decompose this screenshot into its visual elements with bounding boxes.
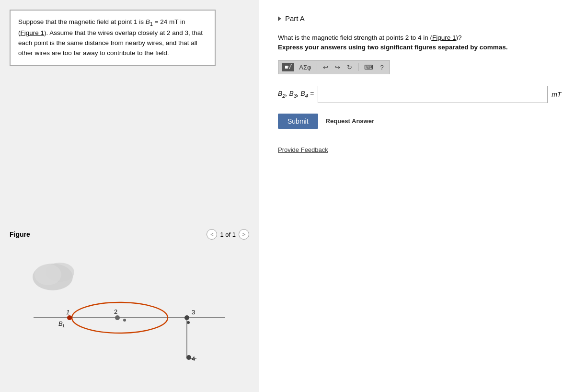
svg-text:1: 1 [62, 323, 65, 328]
svg-point-16 [187, 321, 190, 324]
left-panel: Suppose that the magnetic field at point… [0, 0, 259, 392]
svg-point-7 [67, 315, 72, 320]
figure-svg: 1 B 1 2 3 4 [24, 248, 244, 373]
problem-text: Suppose that the magnetic field at point… [18, 18, 203, 57]
request-answer-link[interactable]: Request Answer [326, 117, 374, 125]
svg-text:4: 4 [192, 355, 195, 362]
answer-row: B2, B3, B4 = mT [278, 86, 561, 103]
question-line1: What is the magnetic field strength at p… [278, 33, 561, 43]
svg-point-11 [115, 315, 120, 320]
answer-unit: mT [552, 91, 561, 98]
right-panel: Part A What is the magnetic field streng… [259, 0, 575, 392]
figure-header: Figure < 1 of 1 > [10, 225, 249, 243]
keyboard-button[interactable]: ⌨ [362, 63, 375, 72]
prev-nav-button[interactable]: < [207, 229, 217, 240]
submit-button[interactable]: Submit [278, 114, 318, 129]
part-label: Part A [285, 14, 305, 23]
redo-button[interactable]: ↪ [333, 63, 342, 72]
figure-ref: Figure 1 [432, 34, 456, 41]
question-line2: Express your answers using two significa… [278, 43, 561, 52]
figure-area: Figure < 1 of 1 > [10, 66, 249, 382]
question-text: What is the magnetic field strength at p… [278, 33, 561, 53]
undo-button[interactable]: ↩ [321, 63, 330, 72]
reset-button[interactable]: ↻ [345, 63, 354, 72]
svg-point-14 [184, 315, 189, 320]
provide-feedback-link[interactable]: Provide Feedback [278, 146, 561, 153]
toolbar-separator [317, 63, 317, 71]
figure-diagram: 1 B 1 2 3 4 [10, 248, 249, 378]
answer-label: B2, B3, B4 = [278, 90, 314, 99]
svg-point-17 [186, 355, 191, 360]
next-nav-button[interactable]: > [239, 229, 249, 240]
toolbar-separator-2 [358, 63, 358, 71]
page-indicator: 1 of 1 [220, 231, 236, 238]
action-row: Submit Request Answer [278, 114, 561, 129]
equation-toolbar: ■√̄ ΑΣφ ↩ ↪ ↻ ⌨ ? [278, 60, 390, 74]
part-header: Part A [278, 14, 561, 23]
svg-text:2: 2 [114, 308, 117, 315]
problem-text-box: Suppose that the magnetic field at point… [10, 10, 216, 66]
help-button[interactable]: ? [378, 63, 385, 72]
greek-symbols-button[interactable]: ΑΣφ [297, 63, 313, 72]
matrix-sqrt-button[interactable]: ■√̄ [282, 63, 294, 71]
svg-point-13 [123, 319, 126, 322]
collapse-icon[interactable] [278, 16, 281, 21]
svg-text:1: 1 [66, 309, 69, 316]
answer-input[interactable] [318, 86, 548, 103]
svg-point-2 [34, 264, 61, 285]
figure-label: Figure [10, 231, 30, 238]
svg-text:3: 3 [192, 309, 195, 316]
figure-nav: < 1 of 1 > [207, 229, 249, 240]
